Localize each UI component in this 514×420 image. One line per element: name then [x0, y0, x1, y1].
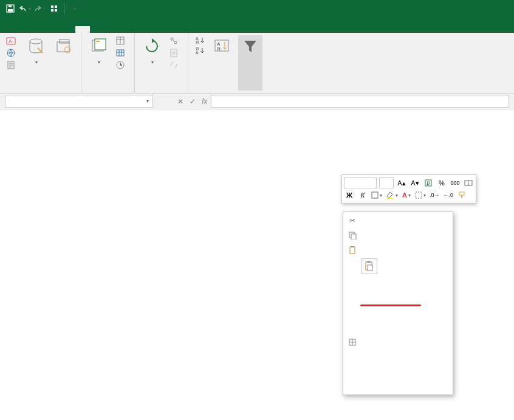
- tab-review[interactable]: [90, 26, 105, 33]
- recent-sources-button[interactable]: [114, 60, 129, 71]
- cancel-icon[interactable]: ✕: [177, 97, 183, 106]
- tab-data[interactable]: [75, 26, 90, 33]
- ctx-clear[interactable]: [343, 320, 453, 335]
- filter-button[interactable]: [238, 35, 262, 91]
- new-query-button[interactable]: [86, 35, 111, 91]
- percent-button[interactable]: %: [436, 177, 447, 188]
- bold-button[interactable]: Ж: [344, 190, 355, 201]
- format-painter-button[interactable]: [456, 190, 467, 201]
- increase-font-button[interactable]: A▴: [396, 177, 407, 188]
- svg-text:Я: Я: [196, 40, 199, 44]
- properties-button[interactable]: [168, 47, 183, 58]
- show-queries-button[interactable]: [114, 35, 129, 46]
- ctx-paste-options: [343, 257, 453, 277]
- from-web-button[interactable]: [5, 47, 20, 58]
- tab-layout[interactable]: [46, 26, 61, 33]
- refresh-icon: [142, 36, 162, 56]
- formula-bar: ▾ ✕ ✓ fx: [0, 94, 514, 109]
- sort-za-button[interactable]: ЯА: [193, 46, 207, 55]
- from-text-button[interactable]: [5, 60, 20, 71]
- from-access-button[interactable]: A: [5, 35, 20, 46]
- tab-home[interactable]: [17, 26, 32, 33]
- comma-style-button[interactable]: 000: [450, 177, 461, 188]
- ctx-insert[interactable]: [343, 291, 453, 306]
- svg-text:A: A: [9, 38, 12, 44]
- font-color-button[interactable]: А: [401, 190, 412, 201]
- tab-formulas[interactable]: [61, 26, 75, 33]
- from-table-button[interactable]: [114, 47, 129, 58]
- merge-button[interactable]: [463, 177, 474, 188]
- undo-button[interactable]: [18, 2, 32, 15]
- tab-acrobat[interactable]: [134, 26, 148, 33]
- ctx-paste-special[interactable]: [343, 277, 453, 291]
- ctx-format-cells[interactable]: [343, 335, 453, 349]
- svg-rect-2: [9, 5, 12, 7]
- ctx-cut[interactable]: ✂: [343, 213, 453, 228]
- svg-text:₽: ₽: [427, 181, 430, 187]
- enter-icon[interactable]: ✓: [190, 97, 196, 106]
- group-label: [140, 91, 183, 92]
- paste-option-button[interactable]: [362, 258, 377, 274]
- chevron-down-icon: ▾: [146, 98, 149, 104]
- increase-decimal-button[interactable]: .0→: [429, 190, 440, 201]
- borders-button[interactable]: [414, 190, 427, 201]
- ctx-paste-header: [343, 243, 453, 257]
- fill-color-button[interactable]: [385, 190, 399, 201]
- accounting-format-button[interactable]: ₽: [423, 177, 434, 188]
- name-box[interactable]: ▾: [5, 95, 153, 108]
- italic-button[interactable]: К: [357, 190, 368, 201]
- clipboard-icon: [347, 245, 358, 255]
- sort-button[interactable]: АЯ: [210, 35, 235, 91]
- edit-links-button[interactable]: [168, 60, 183, 71]
- folder-icon: [54, 36, 74, 56]
- svg-point-11: [30, 39, 42, 44]
- svg-rect-40: [351, 234, 356, 239]
- svg-rect-17: [96, 41, 100, 42]
- tab-insert[interactable]: [32, 26, 46, 33]
- ribbon: A: [0, 33, 514, 94]
- group-label: [86, 91, 129, 92]
- border-button[interactable]: [371, 190, 383, 201]
- tab-file[interactable]: [2, 26, 17, 33]
- tab-view[interactable]: [105, 26, 119, 33]
- sort-az-button[interactable]: АЯ: [193, 35, 207, 45]
- decrease-decimal-button[interactable]: ←.0: [443, 190, 454, 201]
- decrease-font-button[interactable]: A▾: [409, 177, 420, 188]
- refresh-all-button[interactable]: [140, 35, 164, 91]
- svg-rect-19: [117, 50, 124, 56]
- tab-developer[interactable]: [119, 26, 134, 33]
- svg-rect-4: [55, 5, 57, 8]
- svg-rect-36: [387, 198, 393, 199]
- connections-button[interactable]: [168, 35, 183, 46]
- existing-conn-button[interactable]: [52, 35, 76, 91]
- group-label: [5, 91, 76, 92]
- svg-rect-45: [368, 265, 372, 270]
- svg-text:Я: Я: [217, 46, 221, 52]
- svg-rect-23: [171, 49, 177, 57]
- title-bar: [0, 0, 514, 17]
- redo-button[interactable]: [33, 2, 46, 15]
- formula-input[interactable]: [211, 95, 509, 108]
- font-name-input[interactable]: [344, 177, 377, 188]
- format-cells-icon: [347, 337, 358, 347]
- fx-icon[interactable]: fx: [202, 97, 207, 106]
- ctx-row-height[interactable]: [343, 349, 453, 364]
- qat-customize[interactable]: [67, 2, 81, 15]
- copy-icon: [347, 230, 358, 240]
- svg-rect-42: [351, 246, 354, 247]
- ctx-delete[interactable]: [343, 306, 453, 320]
- svg-rect-38: [459, 192, 464, 195]
- ctx-show[interactable]: [343, 379, 453, 393]
- worksheet-grid[interactable]: A▴ A▾ ₽ % 000 Ж К А .0→ ←.0 ✂: [0, 158, 514, 420]
- font-size-input[interactable]: [379, 177, 394, 188]
- qat-button[interactable]: [47, 2, 61, 15]
- save-button[interactable]: [4, 2, 17, 15]
- ctx-copy[interactable]: [343, 228, 453, 243]
- ctx-hide[interactable]: [343, 364, 453, 379]
- query-icon: [89, 36, 108, 56]
- from-other-button[interactable]: [24, 35, 48, 91]
- sort-icon: АЯ: [213, 36, 232, 56]
- svg-rect-35: [372, 192, 378, 198]
- svg-rect-3: [51, 5, 53, 8]
- group-label: [193, 91, 262, 92]
